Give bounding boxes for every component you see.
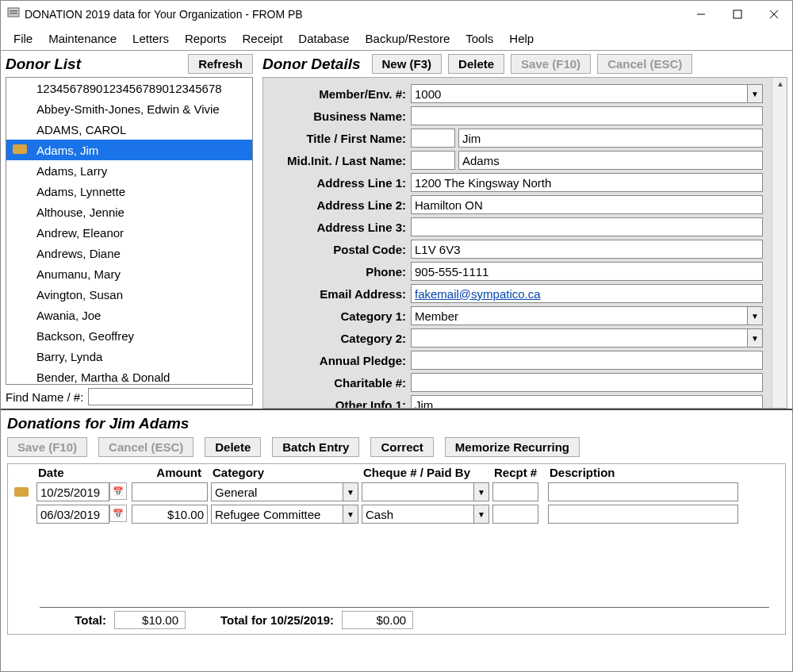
label-phone: Phone: — [268, 265, 411, 278]
date-input[interactable] — [36, 482, 109, 501]
donor-list-item[interactable]: Adams, Lynnette — [6, 181, 252, 202]
charit-input[interactable] — [411, 373, 763, 392]
calendar-icon[interactable]: 📅 — [109, 505, 127, 522]
chevron-down-icon[interactable]: ▼ — [747, 328, 763, 348]
save-donation-button[interactable]: Save (F10) — [7, 437, 87, 457]
donor-list-item[interactable]: Adams, Larry — [6, 160, 252, 181]
details-form: Member/Env. #: ▼ Business Name: Title / … — [262, 77, 787, 409]
amount-input[interactable] — [132, 482, 208, 501]
amount-input[interactable] — [132, 505, 208, 524]
addr3-input[interactable] — [411, 217, 763, 236]
mid-input[interactable] — [411, 151, 455, 170]
maximize-button[interactable] — [719, 2, 756, 26]
donor-list-item[interactable]: Andrews, Diane — [6, 243, 252, 263]
minimize-button[interactable] — [683, 2, 719, 26]
menu-letters[interactable]: Letters — [126, 30, 175, 47]
label-other1: Other Info 1: — [268, 398, 411, 409]
label-business: Business Name: — [268, 109, 411, 123]
donor-list-item[interactable]: Avington, Susan — [6, 284, 252, 305]
donor-list-item[interactable]: ADAMS, CAROL — [6, 119, 252, 140]
donor-list-item[interactable]: Barry, Lynda — [6, 346, 252, 367]
col-cheque: Cheque # / Paid By — [360, 464, 491, 481]
postal-input[interactable] — [411, 240, 763, 259]
refresh-button[interactable]: Refresh — [188, 54, 253, 74]
donor-list-item[interactable]: Awania, Joe — [6, 305, 252, 325]
donor-list-item[interactable]: Bender, Martha & Donald — [6, 367, 252, 384]
save-donor-button[interactable]: Save (F10) — [511, 54, 591, 74]
desc-input[interactable] — [548, 482, 738, 501]
email-display[interactable]: fakemail@sympatico.ca — [411, 284, 763, 303]
phone-input[interactable] — [411, 262, 763, 281]
category-input[interactable] — [211, 482, 343, 501]
chevron-down-icon[interactable]: ▼ — [343, 505, 358, 524]
donor-list-title: Donor List — [6, 56, 81, 73]
delete-donor-button[interactable]: Delete — [448, 54, 504, 74]
svg-rect-1 — [10, 10, 17, 12]
table-row: 📅▼▼ — [8, 503, 785, 525]
menu-backup[interactable]: Backup/Restore — [359, 30, 457, 47]
donations-title: Donations for Jim Adams — [7, 415, 786, 432]
addr2-input[interactable] — [411, 195, 763, 214]
category2-combo[interactable]: ▼ — [411, 328, 763, 348]
cheque-combo[interactable]: ▼ — [362, 482, 489, 501]
totals-row: Total: $10.00 Total for 10/25/2019: $0.0… — [40, 607, 769, 629]
donor-list-item[interactable]: Anumanu, Mary — [6, 263, 252, 284]
pointer-icon — [14, 487, 29, 497]
calendar-icon[interactable]: 📅 — [109, 482, 127, 500]
category1-combo[interactable]: ▼ — [411, 306, 763, 325]
other1-input[interactable] — [411, 395, 763, 409]
member-combo[interactable]: ▼ — [411, 84, 763, 103]
donor-list-item[interactable]: Adams, Jim — [6, 140, 252, 160]
menu-reports[interactable]: Reports — [178, 30, 233, 47]
menu-database[interactable]: Database — [292, 30, 355, 47]
donor-listbox[interactable]: 1234567890123456789012345678Abbey-Smith-… — [6, 77, 253, 385]
delete-donation-button[interactable]: Delete — [205, 437, 261, 457]
category2-input[interactable] — [411, 328, 747, 348]
batch-entry-button[interactable]: Batch Entry — [272, 437, 359, 457]
title-input[interactable] — [411, 129, 455, 148]
category-combo[interactable]: ▼ — [211, 482, 358, 501]
total-date-label: Total for 10/25/2019: — [220, 613, 334, 627]
chevron-down-icon[interactable]: ▼ — [473, 482, 489, 501]
desc-input[interactable] — [548, 505, 738, 524]
addr1-input[interactable] — [411, 173, 763, 192]
first-name-input[interactable] — [458, 129, 763, 148]
memorize-button[interactable]: Memorize Recurring — [445, 437, 580, 457]
label-addr2: Address Line 2: — [268, 198, 411, 212]
cancel-donation-button[interactable]: Cancel (ESC) — [98, 437, 193, 457]
category-input[interactable] — [211, 505, 343, 524]
last-name-input[interactable] — [458, 151, 763, 170]
donor-list-item[interactable]: 1234567890123456789012345678 — [6, 78, 252, 98]
menu-receipt[interactable]: Receipt — [236, 30, 289, 47]
category-combo[interactable]: ▼ — [211, 505, 358, 524]
member-input[interactable] — [411, 84, 747, 103]
cancel-donor-button[interactable]: Cancel (ESC) — [597, 54, 692, 74]
menu-maintenance[interactable]: Maintenance — [42, 30, 123, 47]
donor-list-item[interactable]: Althouse, Jennie — [6, 202, 252, 222]
col-category: Category — [209, 464, 360, 481]
chevron-down-icon[interactable]: ▼ — [747, 306, 763, 325]
date-input[interactable] — [36, 505, 109, 524]
recpt-input[interactable] — [492, 482, 538, 501]
cheque-input[interactable] — [362, 482, 473, 501]
donor-list-item[interactable]: Abbey-Smith-Jones, Edwin & Vivie — [6, 98, 252, 119]
cheque-combo[interactable]: ▼ — [362, 505, 489, 524]
chevron-down-icon[interactable]: ▼ — [343, 482, 358, 501]
chevron-down-icon[interactable]: ▼ — [473, 505, 489, 524]
donor-list-item[interactable]: Andrew, Eleanor — [6, 222, 252, 243]
close-button[interactable] — [756, 2, 792, 26]
category1-input[interactable] — [411, 306, 747, 325]
menu-file[interactable]: File — [7, 30, 39, 47]
donor-list-item[interactable]: Backson, Geoffrey — [6, 325, 252, 346]
business-input[interactable] — [411, 106, 763, 125]
recpt-input[interactable] — [492, 505, 538, 524]
cheque-input[interactable] — [362, 505, 473, 524]
email-link[interactable]: fakemail@sympatico.ca — [415, 287, 541, 301]
menu-tools[interactable]: Tools — [459, 30, 500, 47]
chevron-down-icon[interactable]: ▼ — [747, 84, 763, 103]
find-input[interactable] — [88, 388, 253, 405]
correct-button[interactable]: Correct — [370, 437, 433, 457]
new-button[interactable]: New (F3) — [372, 54, 442, 74]
menu-help[interactable]: Help — [503, 30, 540, 47]
pledge-input[interactable] — [411, 351, 763, 370]
